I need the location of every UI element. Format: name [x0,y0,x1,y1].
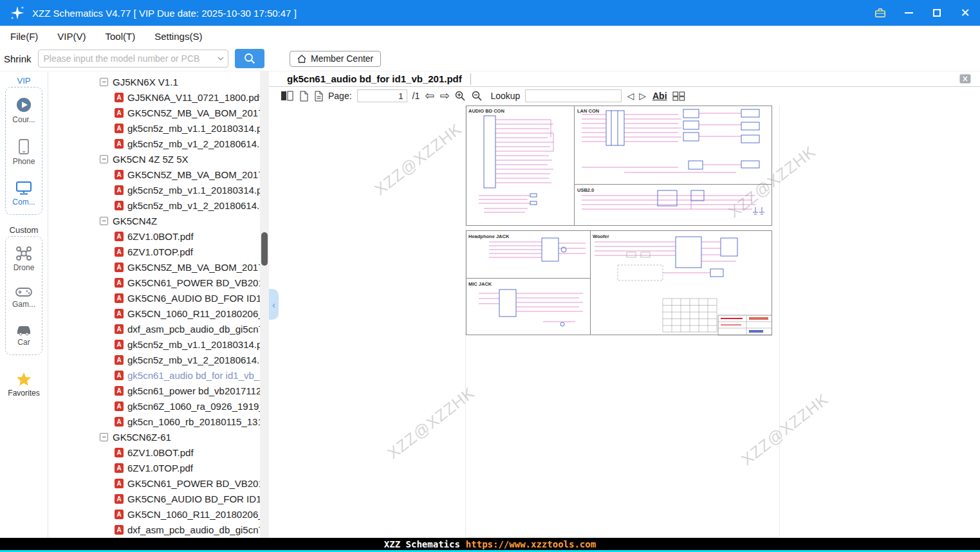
copy-page-icon[interactable] [299,91,308,102]
custom-group-label: Custom [10,225,39,235]
thumbnail-grid-icon[interactable] [672,91,685,101]
maximize-button[interactable] [931,7,943,19]
collapse-minus-icon[interactable] [100,433,108,441]
tree-file-item[interactable]: gk5cn6Z_1060_ra_0926_1919_fo [48,398,260,414]
section-label-woofer: Woofer [593,234,609,239]
close-button[interactable]: ✕ [959,7,971,19]
menu-vip[interactable]: VIP(V) [57,31,86,42]
shrink-button[interactable]: Shrink [4,53,32,64]
zoom-out-icon[interactable] [471,90,483,102]
collapse-minus-icon[interactable] [100,217,108,225]
tree-file-item[interactable]: GK5CN61_POWER BD_VB20180 [48,275,260,290]
tree-file-item[interactable]: dxf_asm_pcb_audio_db_gi5cn7x [48,321,260,336]
member-center-wrap: Member Center [278,51,381,67]
tree-file-item[interactable]: GK5CN5Z_MB_VA_BOM_201709 [48,105,260,120]
panel-collapse-handle[interactable]: ‹ [269,289,279,320]
sidebar-item-game[interactable]: Gam... [12,286,35,309]
pdf-file-icon [115,525,124,535]
document-tab[interactable]: gk5cn61_audio bd_for id1_vb_201.pdf [287,73,462,84]
pdf-file-icon [115,293,124,303]
lookup-input[interactable] [525,89,622,102]
computer-icon [15,180,32,196]
page-total: /1 [412,91,420,101]
search-combobox[interactable] [38,50,228,68]
tree-file-item[interactable]: GK5CN5Z_MB_VA_BOM_201709 [48,167,260,182]
minimize-button[interactable] [903,7,914,19]
pdf-file-icon [115,324,124,334]
menu-file[interactable]: File(F) [10,31,38,42]
sidebar-item-phone[interactable]: Phone [13,138,35,166]
tree-file-label: 6ZV1.0TOP.pdf [127,463,193,474]
file-tree[interactable]: GJ5KN6X V1.1GJ5KN6A_V11_0721_1800.pdfGK5… [48,71,260,538]
menu-settings[interactable]: Settings(S) [154,31,202,42]
tree-file-item[interactable]: GK5CN_1060_R11_20180206_16 [48,506,260,522]
sidebar-item-drone[interactable]: Drone [14,246,35,272]
document-area[interactable]: AUDIO BD CON LAN CON USB2.0 Headphone JA… [269,105,980,538]
tree-file-item[interactable]: GK5CN61_POWER BD_VB20180 [48,475,260,491]
status-app-name: XZZ Schematics [384,539,460,549]
menu-tool[interactable]: Tool(T) [106,31,136,42]
custom-group-box: Drone Gam... [5,236,42,355]
tree-file-item[interactable]: gk5cn5z_mb_v1.1_20180314.pdf [48,336,260,352]
tree-file-item[interactable]: GJ5KN6A_V11_0721_1800.pdf [48,89,260,105]
section-label-usb: USB2.0 [577,187,594,193]
tree-file-item[interactable]: 6ZV1.0TOP.pdf [48,460,260,475]
gamepad-icon [15,286,32,298]
sidebar-item-car[interactable]: Car [15,323,32,347]
tree-file-item[interactable]: GK5CN6_AUDIO BD_FOR ID1_RA [48,491,260,506]
chevron-down-icon[interactable] [214,57,228,60]
tree-file-item[interactable]: gk5cn_1060_rb_20180115_1312. [48,414,260,429]
statusbar: XZZ Schematics https://www.xzztools.com [0,538,980,550]
two-page-view-icon[interactable] [281,91,293,101]
search-toolbar: Shrink [0,49,278,68]
tree-file-item[interactable]: dxf_asm_pcb_audio_db_gi5cn7x [48,522,260,537]
tree-file-item[interactable]: gk5cn5z_mb_v1_2_20180614.pd [48,352,260,367]
tree-file-item[interactable]: 6ZV1.0BOT.pdf [48,445,260,460]
tree-file-item[interactable]: 6ZV1.0BOT.pdf [48,228,260,244]
tree-scrollbar[interactable] [260,71,269,538]
tree-file-item[interactable]: gk5cn5z_mb_v1.1_20180314.pdf [48,182,260,198]
tree-file-label: GK5CN6_AUDIO BD_FOR ID1_RA [127,493,260,504]
scrollbar-thumb[interactable] [261,232,268,266]
text-select-tool-button[interactable]: Abi [652,91,667,101]
tree-file-item[interactable]: gk5cn5z_mb_v1_2_20180614.pd [48,136,260,151]
search-button[interactable] [235,49,264,68]
tree-file-item[interactable]: 6ZV1.0TOP.pdf [48,244,260,259]
tree-group-header[interactable]: GK5CN6Z-61 [48,429,260,445]
tree-group-header[interactable]: GK5CN4Z [48,213,260,228]
collapse-minus-icon[interactable] [100,78,108,86]
tree-file-item[interactable]: GK5CN5Z_MB_VA_BOM_201709 [48,259,260,275]
prev-page-icon[interactable]: ⇦ [425,90,434,102]
sidebar-item-course[interactable]: Cour... [12,97,35,124]
next-result-icon[interactable]: ▷ [639,91,646,100]
search-input[interactable] [39,53,214,64]
section-label-audio: AUDIO BD CON [468,108,504,114]
vip-group-box: Cour... Phone Com... [5,87,42,215]
tree-file-item[interactable]: GK5CN_1060_R11_20180206_16 [48,306,260,321]
license-briefcase-icon[interactable] [874,7,886,19]
tree-file-label: GK5CN61_POWER BD_VB20180 [127,478,260,489]
page-input[interactable] [357,89,407,102]
paste-page-icon[interactable] [313,91,323,102]
next-page-icon[interactable]: ⇨ [439,90,449,102]
collapse-minus-icon[interactable] [100,155,108,163]
pdf-page[interactable]: AUDIO BD CON LAN CON USB2.0 Headphone JA… [465,106,780,537]
sidebar-item-computer[interactable]: Com... [12,180,35,207]
tree-file-item[interactable]: gk5cn61_audio bd_for id1_vb_2 [48,367,260,383]
tree-file-label: gk5cn_1060_rb_20180115_1312. [127,416,260,427]
sidebar-item-favorites[interactable]: Favorites [8,372,39,398]
tree-file-item[interactable]: gk5cn5z_mb_v1_2_20180614.pd [48,198,260,213]
tree-file-item[interactable]: gk5cn61_power bd_vb20171120 [48,383,260,398]
close-document-icon[interactable] [959,74,971,84]
tree-file-item[interactable]: GK5CN6_AUDIO BD_FOR ID1_RA [48,290,260,306]
zoom-in-icon[interactable] [454,90,466,102]
tree-group-header[interactable]: GK5CN 4Z 5Z 5X [48,151,260,167]
status-url-link[interactable]: https://www.xzztools.com [466,539,596,549]
tree-group-header[interactable]: GJ5KN6X V1.1 [48,74,260,89]
member-center-button[interactable]: Member Center [290,51,381,67]
tree-file-item[interactable]: gk5cn5z_mb_v1.1_20180314.pdf [48,120,260,136]
tree-file-label: dxf_asm_pcb_audio_db_gi5cn7x [127,524,260,535]
app-logo-icon [9,5,26,21]
prev-result-icon[interactable]: ◁ [627,91,634,100]
pdf-file-icon [115,201,124,210]
